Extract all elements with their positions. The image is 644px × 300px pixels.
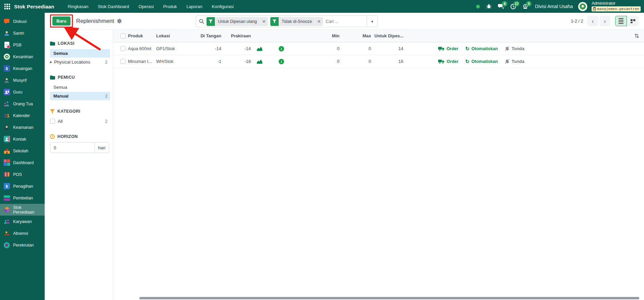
horizon-input[interactable] — [50, 143, 94, 153]
menu-ringkasan[interactable]: Ringkasan — [63, 1, 93, 12]
sidebar-item-kontak[interactable]: Kontak — [0, 133, 45, 145]
automate-button[interactable]: ↻ Otomatiskan — [465, 46, 498, 51]
column-header-di-tangan[interactable]: Di Tangan — [188, 33, 223, 38]
facet-label: Tidak di-Snooze — [279, 17, 315, 26]
sidebar-item-musyrif[interactable]: Musyrif — [0, 74, 45, 86]
filter-section-pemicu: PEMICU — [50, 75, 110, 80]
folder-icon — [50, 75, 55, 80]
sidebar-item-penagihan[interactable]: $ Penagihan — [0, 180, 45, 192]
row-checkbox[interactable] — [121, 59, 126, 64]
facet-remove-icon[interactable]: ✕ — [315, 17, 323, 26]
activities-clock-icon[interactable]: 17 — [508, 1, 518, 11]
automate-button[interactable]: ↻ Otomatiskan — [465, 59, 498, 64]
column-header-max[interactable]: Max — [341, 33, 372, 38]
filter-section-title: KATEGORI — [57, 109, 80, 114]
pager-next-button[interactable]: › — [599, 16, 610, 26]
order-button[interactable]: Order — [438, 46, 458, 51]
sidebar-item-keuangan[interactable]: $ Keuangan — [0, 63, 45, 74]
menu-konfigurasi[interactable]: Konfigurasi — [207, 1, 238, 12]
column-header-prakiraan[interactable]: Prakiraan — [223, 33, 252, 38]
expand-caret-icon[interactable]: ▶ — [50, 61, 52, 64]
sidebar-item-label: Kesantrian — [13, 54, 33, 59]
cell-prakiraan: -14 — [223, 46, 252, 51]
user-menu[interactable]: Administrator manajemen-pesantren — [592, 1, 641, 11]
forecast-chart-icon[interactable] — [252, 46, 267, 51]
horizontal-scrollbar[interactable] — [139, 297, 639, 299]
apps-menu-icon[interactable] — [4, 4, 10, 9]
karyawan-icon — [3, 218, 10, 225]
search-input[interactable] — [323, 19, 367, 24]
company-switcher[interactable]: Divisi Amal Usaha — [535, 4, 573, 9]
filter-panel: « LOKASI Semua ▶ Physical Locations 2 PE… — [45, 30, 113, 300]
page-title: Replenishment — [76, 18, 114, 25]
filter-lokasi-semua[interactable]: Semua — [50, 49, 110, 58]
filter-pemicu-semua[interactable]: Semua — [50, 83, 110, 91]
info-icon[interactable]: i — [279, 59, 284, 64]
truck-icon — [438, 46, 445, 51]
row-checkbox[interactable] — [121, 46, 126, 51]
sidebar-item-orang-tua[interactable]: Orang Tua — [0, 98, 45, 110]
filter-kategori-all[interactable]: All 2 — [50, 117, 110, 125]
sidebar-item-stok-persediaan[interactable]: Stok Persediaan — [0, 204, 45, 216]
filter-pemicu-manual[interactable]: Manual 2 — [50, 92, 110, 100]
orang-tua-icon — [3, 101, 10, 107]
column-header-produk[interactable]: Produk — [128, 33, 156, 38]
forecast-chart-icon[interactable] — [252, 59, 267, 64]
filter-lokasi-physical-locations[interactable]: ▶ Physical Locations 2 — [50, 58, 110, 66]
sidebar-item-diskusi[interactable]: Diskusi — [0, 15, 45, 27]
new-button[interactable]: Baru — [52, 16, 71, 26]
sidebar-item-kalender[interactable]: 31 Kalender — [0, 110, 45, 121]
column-header-untuk-dipesan[interactable]: Untuk Dipes... — [372, 33, 405, 38]
sidebar-item-label: Keamanan — [13, 125, 33, 130]
app-title[interactable]: Stok Persediaan — [14, 4, 54, 9]
snooze-button[interactable]: Tunda — [505, 59, 524, 64]
guru-icon — [3, 89, 10, 96]
sidebar-item-santri[interactable]: Santri — [0, 27, 45, 39]
sidebar-item-absensi[interactable]: Absensi — [0, 227, 45, 239]
sidebar-item-perekrutan[interactable]: Perekrutan — [0, 239, 45, 251]
menu-produk[interactable]: Produk — [158, 1, 182, 12]
bug-icon[interactable] — [484, 1, 494, 11]
sidebar-item-kesantrian[interactable]: Kesantrian — [0, 51, 45, 63]
revenue-badge: 5 — [526, 1, 532, 6]
kanban-view-button[interactable] — [627, 16, 639, 26]
filter-item-label: Semua — [53, 51, 68, 56]
snooze-button[interactable]: Tunda — [505, 46, 524, 51]
kategori-all-checkbox[interactable] — [50, 119, 55, 124]
select-all-checkbox[interactable] — [121, 33, 126, 38]
messages-icon[interactable]: 6 — [496, 1, 506, 11]
sidebar-item-guru[interactable]: Guru — [0, 86, 45, 98]
menu-laporan[interactable]: Laporan — [182, 1, 207, 12]
pager-previous-button[interactable]: ‹ — [587, 16, 598, 26]
cell-lokasi: WH/Stok — [156, 59, 188, 64]
gear-icon[interactable] — [117, 18, 122, 24]
sidebar-item-keamanan[interactable]: Keamanan — [0, 121, 45, 133]
facet-remove-icon[interactable]: ✕ — [260, 17, 268, 26]
table-row[interactable]: Minuman I... WH/Stok -1 -18 i 0 0 18 Ord… — [113, 55, 644, 68]
revenue-icon[interactable]: $ 5 — [520, 1, 530, 11]
optional-columns-icon[interactable] — [629, 33, 644, 38]
table-row[interactable]: Aqua 600ml GP1/Stok -14 -14 i 0 0 14 Ord… — [113, 42, 644, 55]
keuangan-icon: $ — [3, 65, 10, 72]
cell-di-tangan: -14 — [188, 46, 223, 51]
order-button[interactable]: Order — [438, 59, 458, 64]
cell-untuk-dipesan: 18 — [372, 59, 405, 64]
sidebar-item-dashboard[interactable]: Dashboard — [0, 157, 45, 168]
menu-stok-dashboard[interactable]: Stok Dashboard — [93, 1, 134, 12]
search-bar[interactable]: Untuk Dipesan ulang ✕ Tidak di-Snooze ✕ … — [196, 15, 378, 27]
sidebar-item-pembelian[interactable]: Pembelian — [0, 192, 45, 204]
sidebar-item-psb[interactable]: PSB — [0, 39, 45, 51]
info-icon[interactable]: i — [279, 46, 284, 51]
sidebar-item-karyawan[interactable]: Karyawan — [0, 216, 45, 227]
sidebar-item-sekolah[interactable]: Sekolah — [0, 145, 45, 157]
column-header-min[interactable]: Min — [296, 33, 341, 38]
menu-operasi[interactable]: Operasi — [134, 1, 158, 12]
sidebar-item-pos[interactable]: POS — [0, 168, 45, 180]
search-dropdown-toggle[interactable]: ▾ — [367, 16, 377, 27]
row-actions: Order ↻ Otomatiskan Tunda — [438, 46, 525, 51]
keamanan-icon — [3, 124, 10, 131]
sidebar-item-label: Penagihan — [13, 184, 33, 189]
list-view-button[interactable] — [615, 16, 627, 26]
avatar[interactable] — [578, 2, 587, 11]
column-header-lokasi[interactable]: Lokasi — [156, 33, 188, 38]
